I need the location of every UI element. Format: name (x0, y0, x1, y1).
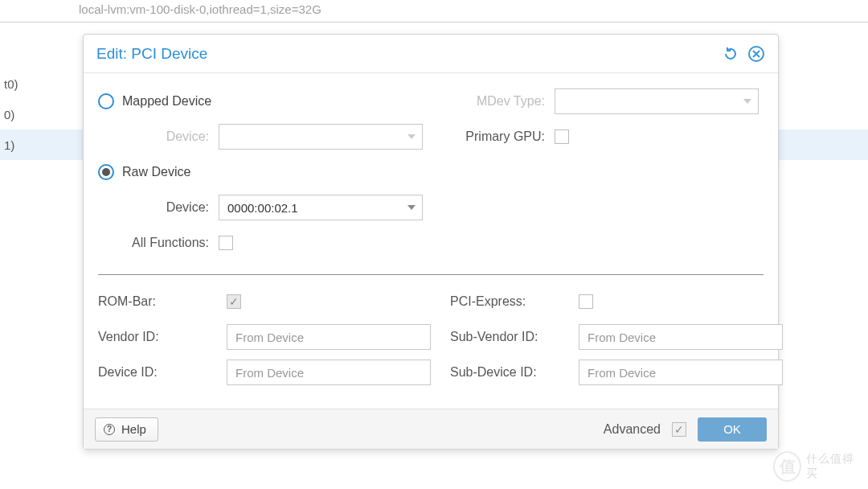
pci-express-label: PCI-Express: (450, 294, 579, 309)
primary-gpu-checkbox[interactable] (555, 129, 569, 144)
mdev-type-label: MDev Type: (442, 94, 555, 109)
help-label: Help (121, 422, 146, 436)
device-id-input[interactable] (227, 360, 431, 385)
primary-gpu-label: Primary GPU: (442, 129, 555, 144)
mapped-device-combo (219, 124, 423, 150)
close-icon[interactable] (747, 45, 765, 63)
vendor-id-input[interactable] (227, 324, 431, 350)
sub-vendor-id-label: Sub-Vendor ID: (450, 330, 579, 344)
mapped-device-label[interactable]: Mapped Device (122, 94, 211, 109)
vendor-id-label: Vendor ID: (98, 330, 227, 344)
bg-divider (0, 22, 868, 23)
dialog-footer: ? Help Advanced OK (84, 409, 778, 449)
dialog-header: Edit: PCI Device (84, 35, 778, 73)
mdev-type-combo (555, 88, 759, 114)
dialog-title: Edit: PCI Device (96, 45, 207, 63)
mapped-device-radio[interactable] (98, 93, 114, 109)
rom-bar-checkbox[interactable] (227, 294, 241, 309)
sub-device-id-label: Sub-Device ID: (450, 365, 579, 380)
all-functions-checkbox[interactable] (219, 236, 233, 250)
advanced-label: Advanced (604, 422, 661, 437)
all-functions-label: All Functions: (98, 236, 219, 250)
dialog-body: Mapped Device Device: Raw Device Device:… (84, 73, 778, 409)
sub-vendor-id-input[interactable] (579, 324, 783, 350)
ok-button[interactable]: OK (698, 417, 767, 442)
raw-device-label[interactable]: Raw Device (122, 165, 190, 179)
mapped-device-field-label: Device: (98, 129, 219, 144)
advanced-checkbox[interactable] (672, 422, 686, 437)
raw-device-field-label: Device: (98, 200, 219, 215)
help-icon: ? (104, 424, 115, 435)
raw-device-radio[interactable] (98, 164, 114, 180)
watermark: 值 什么值得买 (773, 450, 862, 483)
bg-path: local-lvm:vm-100-disk-0,iothread=1,size=… (0, 0, 868, 19)
edit-pci-device-dialog: Edit: PCI Device Mapped Device Device: (83, 34, 779, 450)
pci-express-checkbox[interactable] (579, 294, 593, 309)
reset-icon[interactable] (722, 45, 739, 63)
device-id-label: Device ID: (98, 365, 227, 380)
sub-device-id-input[interactable] (579, 360, 783, 385)
help-button[interactable]: ? Help (95, 417, 158, 442)
watermark-icon: 值 (773, 451, 801, 482)
raw-device-combo[interactable]: 0000:00:02.1 (219, 195, 423, 220)
divider (98, 274, 764, 275)
rom-bar-label: ROM-Bar: (98, 294, 227, 309)
